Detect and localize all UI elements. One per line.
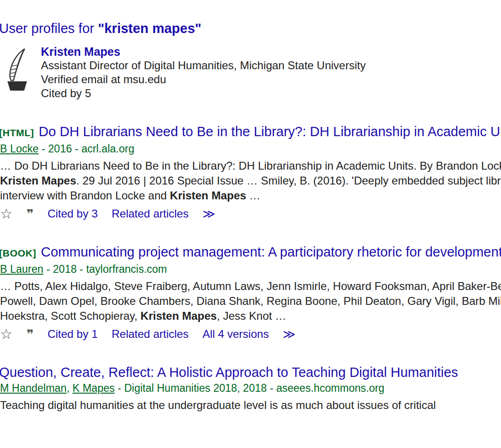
author-profile-card: Kristen Mapes Assistant Director of Digi…	[0, 45, 501, 100]
result-title-link[interactable]: [BOOK]Communicating project management: …	[0, 242, 501, 263]
quill-inkwell-icon	[4, 47, 31, 92]
cited-by-link[interactable]: Cited by 3	[47, 207, 98, 220]
result-snippet: … Potts, Alex Hidalgo, Steve Fraiberg, A…	[0, 279, 501, 323]
result-title-link[interactable]: [HTML]Do DH Librarians Need to Be in the…	[0, 122, 501, 143]
snippet-highlight: Kristen Mapes	[0, 174, 76, 187]
user-profiles-link[interactable]: User profiles for "kristen mapes"	[0, 20, 501, 36]
related-articles-link[interactable]: Related articles	[112, 328, 188, 341]
search-result: [HTML]Do DH Librarians Need to Be in the…	[0, 122, 501, 221]
scholar-author-icon	[0, 45, 41, 100]
author-link[interactable]: B Lauren	[0, 263, 43, 275]
snippet-text: , Jess Knot …	[217, 310, 286, 322]
result-title-link[interactable]: Question, Create, Reflect: A Holistic Ap…	[0, 362, 501, 382]
author-link[interactable]: M Handelman	[0, 382, 66, 394]
author-link[interactable]: K Mapes	[73, 382, 115, 394]
result-meta-text: ,	[66, 382, 73, 394]
snippet-text: …	[246, 189, 261, 202]
author-profile-details: Kristen Mapes Assistant Director of Digi…	[41, 45, 366, 100]
result-meta-text: - 2018 - taylorfrancis.com	[43, 263, 167, 275]
result-meta-text: - Digital Humanities 2018, 2018 - aseees…	[115, 382, 384, 394]
profile-cited-by: Cited by 5	[41, 86, 366, 100]
result-actions-row: ☆ ❞ Cited by 1 Related articles All 4 ve…	[0, 327, 501, 341]
snippet-highlight: Kristen Mapes	[140, 310, 217, 322]
author-link[interactable]: B Locke	[0, 143, 39, 155]
scholar-results-page: User profiles for "kristen mapes" Kriste…	[0, 0, 501, 413]
profile-name-link[interactable]: Kristen Mapes	[41, 45, 120, 59]
search-result: [BOOK]Communicating project management: …	[0, 242, 501, 341]
result-title-text: Do DH Librarians Need to Be in the Libra…	[39, 124, 501, 139]
user-profiles-prefix: User profiles for	[0, 21, 98, 36]
result-type-tag: [BOOK]	[0, 248, 36, 258]
all-versions-link[interactable]: All 4 versions	[203, 328, 269, 341]
snippet-text: … Do DH Librarians Need to Be in the Lib…	[0, 159, 501, 172]
result-meta-text: - 2016 - acrl.ala.org	[39, 143, 134, 155]
cite-quote-icon[interactable]: ❞	[26, 207, 33, 221]
result-title-text: Question, Create, Reflect: A Holistic Ap…	[0, 365, 458, 380]
result-authors-line: M Handelman, K Mapes - Digital Humanitie…	[0, 382, 501, 394]
profile-affiliation: Assistant Director of Digital Humanities…	[41, 59, 366, 72]
save-star-icon[interactable]: ☆	[0, 327, 13, 341]
profile-verified-email: Verified email at msu.edu	[41, 72, 366, 86]
result-authors-line: B Lauren - 2018 - taylorfrancis.com	[0, 263, 501, 275]
related-articles-link[interactable]: Related articles	[112, 207, 188, 220]
snippet-text: Teaching digital humanities at the under…	[0, 399, 436, 411]
save-star-icon[interactable]: ☆	[0, 207, 13, 221]
result-type-tag: [HTML]	[0, 127, 34, 138]
search-result: Question, Create, Reflect: A Holistic Ap…	[0, 362, 501, 413]
result-authors-line: B Locke - 2016 - acrl.ala.org	[0, 143, 501, 155]
more-actions-icon[interactable]: ≫	[283, 327, 295, 342]
result-actions-row: ☆ ❞ Cited by 3 Related articles ≫	[0, 207, 501, 221]
snippet-highlight: Kristen Mapes	[170, 189, 246, 202]
result-snippet: Teaching digital humanities at the under…	[0, 398, 501, 413]
result-title-text: Communicating project management: A part…	[41, 244, 501, 259]
more-actions-icon[interactable]: ≫	[203, 207, 215, 221]
cite-quote-icon[interactable]: ❞	[26, 327, 33, 341]
cited-by-link[interactable]: Cited by 1	[47, 328, 98, 341]
user-profiles-query: "kristen mapes"	[98, 21, 202, 36]
result-snippet: … Do DH Librarians Need to Be in the Lib…	[0, 158, 501, 203]
